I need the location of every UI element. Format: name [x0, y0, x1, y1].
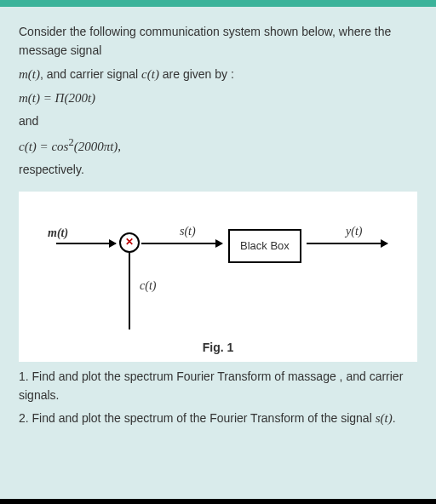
multiply-icon: ✕	[125, 234, 134, 250]
intro-text-2: m(t), and carrier signal c(t) are given …	[19, 64, 417, 84]
equation-mt: m(t) = Π(200t)	[19, 88, 417, 108]
problem-content: Consider the following communication sys…	[0, 7, 436, 428]
black-box: Black Box	[228, 229, 301, 264]
top-accent-bar	[0, 0, 436, 7]
st-symbol: s(t)	[376, 411, 393, 425]
label-yt: y(t)	[346, 222, 362, 241]
figure-container: m(t) ✕ c(t) s(t) Black Box y(t) Fig. 1	[19, 192, 417, 362]
line-ct-to-mixer	[129, 253, 130, 329]
label-ct: c(t)	[140, 277, 156, 295]
arrow-mt-to-mixer	[56, 243, 116, 244]
label-st: s(t)	[180, 222, 196, 241]
figure-caption: Fig. 1	[31, 338, 405, 357]
arrow-mixer-to-box	[141, 243, 222, 244]
ct-symbol: c(t)	[141, 67, 159, 81]
block-diagram: m(t) ✕ c(t) s(t) Black Box y(t)	[31, 207, 405, 335]
label-mt: m(t)	[48, 224, 68, 243]
equation-ct: c(t) = cos2(2000πt),	[19, 134, 417, 157]
and-text: and	[19, 112, 417, 130]
mixer-node: ✕	[119, 232, 140, 253]
arrow-box-to-output	[307, 243, 387, 244]
bottom-black-bar	[0, 499, 436, 504]
question-1: 1. Find and plot the spectrum Fourier Tr…	[19, 367, 417, 405]
respectively-text: respectively.	[19, 160, 417, 179]
question-2: 2. Find and plot the spectrum of the Fou…	[19, 408, 417, 428]
intro-text-1: Consider the following communication sys…	[19, 22, 417, 60]
mt-symbol: m(t)	[19, 67, 40, 81]
